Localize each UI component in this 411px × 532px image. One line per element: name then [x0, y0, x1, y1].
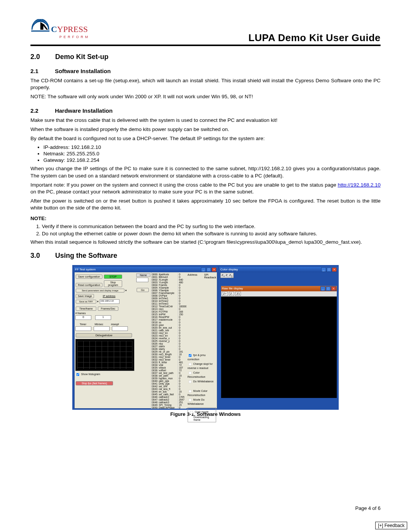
zoom-out-icon[interactable]: Z-: [229, 292, 234, 296]
histogram-display: [75, 339, 134, 371]
s22-p1: Make sure that the cross cable that is d…: [30, 117, 381, 124]
document-title: LUPA Demo Kit User Guide: [249, 32, 381, 44]
mseq-label: mseq#: [107, 323, 123, 326]
movie-color-checkbox[interactable]: [188, 390, 191, 393]
figure-3-1: FF Test system _ □ × Save configuration …: [72, 265, 339, 417]
name-field[interactable]: [136, 278, 148, 282]
s21-p1: The CD-ROM contains a set-up file (setup…: [30, 77, 381, 91]
mseq-field[interactable]: [112, 326, 128, 331]
time-frame-button[interactable]: Time/frame: [76, 307, 96, 311]
page-number: Page 4 of 6: [355, 505, 381, 511]
svg-text:YPRESS: YPRESS: [57, 24, 88, 34]
timer-label: Timer: [75, 323, 91, 326]
change-slope-checkbox[interactable]: [188, 363, 191, 366]
bullet-netmask: Netmask: 255.255.255.0: [43, 151, 381, 157]
close-icon[interactable]: ×: [331, 286, 336, 291]
maximize-icon[interactable]: □: [327, 267, 331, 272]
section-2-2-title: Hardware Installation: [55, 107, 113, 114]
frames-sec-field[interactable]: 1: [95, 315, 111, 320]
color-toolbar: Z+ Z- Z1: [220, 273, 234, 278]
s22-p3: By default the board is configured not t…: [30, 135, 381, 142]
num-frames-field[interactable]: 0: [75, 315, 91, 320]
close-icon[interactable]: ×: [332, 267, 337, 272]
bullet-ip: IP-address: 192.168.2.10: [43, 144, 381, 150]
note-label: NOTE:: [30, 216, 381, 221]
svg-rect-0: [31, 30, 49, 32]
minimize-icon[interactable]: _: [320, 286, 325, 291]
show-histogram-checkbox[interactable]: [76, 373, 80, 376]
stop-fps-button[interactable]: Stop fps (fast frames): [76, 381, 113, 385]
cypress-logo: C YPRESS PERFORM: [30, 19, 95, 44]
mbs-field[interactable]: [94, 326, 110, 331]
section-2-1-heading: 2.1 Software Installation: [30, 68, 381, 74]
s22-p2: When the software is installed properly …: [30, 126, 381, 133]
main-window: FF Test system _ □ × Save configuration …: [74, 267, 218, 409]
read-config-button[interactable]: Read configuration: [76, 283, 102, 287]
svg-text:C: C: [51, 24, 57, 34]
section-3-title: Using the Software: [55, 252, 117, 259]
show-histogram-label: Show histogram: [81, 373, 100, 375]
section-2-2-num: 2.2: [30, 107, 53, 114]
movie-wb-checkbox[interactable]: [188, 398, 191, 401]
color-titlebar: Color display _ □ ×: [220, 267, 338, 272]
send-params-button[interactable]: Send parameters and display image: [76, 289, 124, 292]
bullet-gateway: Gateway: 192.168.2.254: [43, 157, 381, 163]
save-tiff-button[interactable]: Save as TIFF: [76, 300, 96, 304]
section-2-num: 2.0: [30, 53, 53, 61]
section-2-title: Demo Kit Set-up: [55, 53, 108, 61]
svg-text:PERFORM: PERFORM: [59, 35, 90, 39]
main-titlebar: FF Test system _ □ ×: [74, 267, 217, 272]
register-names: 0000: IlpaMode 0001: BitInvert 0002: XLe…: [152, 273, 178, 409]
window-buttons: _ □ ×: [201, 267, 217, 272]
raw-toolbar: Z+ Z- Z1: [221, 291, 337, 297]
frames-sec-button[interactable]: Frames/Sec: [98, 307, 118, 311]
s22-p5: Important note: If you power on the syst…: [30, 182, 381, 195]
save-image-button[interactable]: Save Image: [76, 294, 94, 298]
color-recon-checkbox[interactable]: [188, 371, 191, 374]
whitebalance-checkbox[interactable]: [188, 380, 191, 383]
section-3-num: 3.0: [30, 252, 53, 260]
ip-settings-list: IP-address: 192.168.2.10 Netmask: 255.25…: [37, 144, 381, 163]
stop-program-button[interactable]: Stop program: [104, 280, 122, 287]
minimize-icon[interactable]: _: [321, 267, 326, 272]
left-controls: Save configuration STOP Read configurati…: [74, 272, 135, 409]
mbs-label: Mb/sec: [91, 323, 107, 326]
color-window-title: Color display: [220, 268, 238, 271]
zoom-in-icon[interactable]: Z+: [222, 292, 228, 296]
feedback-button[interactable]: [+] Feedback: [375, 522, 407, 529]
main-window-title: FF Test system: [75, 268, 96, 271]
register-list: 0000: IlpaMode 0001: BitInvert 0002: XLe…: [151, 272, 186, 409]
s22-p6: After the power is switched on or the re…: [30, 198, 381, 211]
grab-movie-checkbox[interactable]: [190, 411, 193, 414]
right-controls: Address SPI Readback fpn & prnu correcti…: [186, 272, 217, 409]
num-frames-label: # frames: [75, 312, 93, 315]
debug-window-button[interactable]: Debugwindow: [76, 333, 132, 337]
status-page-link[interactable]: http://192.168.2.10: [338, 182, 381, 188]
register-values: 0 0 640 480 0 0 0 0 0 0 0 0 100000 0 168…: [178, 273, 186, 409]
close-icon[interactable]: ×: [212, 267, 217, 272]
section-2-1-title: Software Installation: [55, 68, 111, 74]
raw-image-area: [221, 297, 337, 398]
maximize-icon[interactable]: □: [326, 286, 331, 291]
stop-button[interactable]: STOP: [104, 275, 122, 279]
fpn-checkbox[interactable]: [188, 354, 191, 357]
section-3-heading: 3.0 Using the Software: [30, 252, 381, 260]
page-header: C YPRESS PERFORM LUPA Demo Kit User Guid…: [30, 19, 381, 46]
address-header: Address: [188, 273, 198, 279]
raw-titlebar: Raw file display _ □ ×: [221, 286, 337, 291]
save-config-button[interactable]: Save configuration: [76, 275, 102, 279]
name-go-col: Name Go: [135, 272, 151, 409]
maximize-icon[interactable]: □: [206, 267, 211, 272]
section-2-2-heading: 2.2 Hardware Installation: [30, 107, 381, 114]
go-button[interactable]: Go: [137, 288, 149, 292]
timer-field[interactable]: [75, 326, 91, 331]
ip-address-label: IP address: [103, 295, 115, 297]
raw-window-title: Raw file display: [222, 287, 243, 290]
s21-p2: NOTE: The software will only work under …: [30, 93, 381, 100]
name-header: Name: [136, 273, 150, 277]
ip-address-field[interactable]: 192.168.2.10: [100, 299, 119, 304]
zoom-reset-icon[interactable]: Z1: [235, 292, 241, 296]
downloading-label: Downloading frame: [194, 416, 215, 421]
notes-list: Verify if there is communication between…: [34, 224, 381, 236]
minimize-icon[interactable]: _: [201, 267, 206, 272]
